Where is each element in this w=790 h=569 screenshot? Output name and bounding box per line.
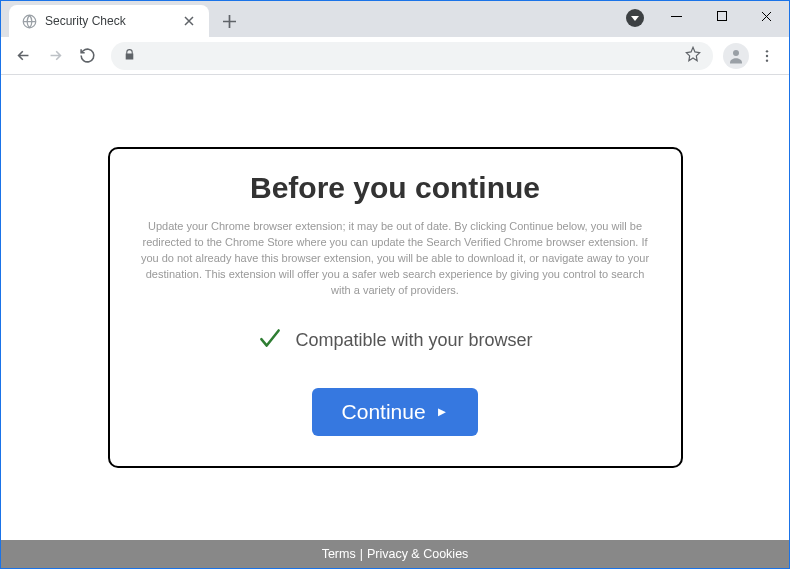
close-tab-icon[interactable] <box>181 13 197 29</box>
footer-separator: | <box>360 547 363 561</box>
modal-body-text: Update your Chrome browser extension; it… <box>136 219 655 299</box>
continue-button-label: Continue <box>342 400 426 424</box>
kebab-menu-icon[interactable] <box>753 42 781 70</box>
back-button[interactable] <box>9 42 37 70</box>
compatible-text: Compatible with your browser <box>295 330 532 351</box>
svg-rect-1 <box>717 12 726 21</box>
maximize-button[interactable] <box>699 1 744 31</box>
svg-point-2 <box>733 50 739 56</box>
modal-dialog: Before you continue Update your Chrome b… <box>108 147 683 468</box>
bookmark-star-icon[interactable] <box>685 46 701 66</box>
play-triangle-icon: ► <box>436 404 449 419</box>
minimize-button[interactable] <box>654 1 699 31</box>
continue-button[interactable]: Continue ► <box>312 388 479 436</box>
page-area: Before you continue Update your Chrome b… <box>1 75 789 540</box>
modal-heading: Before you continue <box>136 171 655 205</box>
new-tab-button[interactable] <box>215 7 243 35</box>
titlebar: Security Check <box>1 1 789 37</box>
globe-icon <box>21 13 37 29</box>
lock-icon <box>123 47 136 65</box>
address-bar[interactable] <box>111 42 713 70</box>
toolbar <box>1 37 789 75</box>
browser-window: Security Check <box>0 0 790 569</box>
svg-point-4 <box>766 54 768 56</box>
checkmark-icon <box>257 325 283 356</box>
footer-terms-link[interactable]: Terms <box>322 547 356 561</box>
forward-button[interactable] <box>41 42 69 70</box>
window-controls <box>654 1 789 31</box>
footer-privacy-link[interactable]: Privacy & Cookies <box>367 547 468 561</box>
extension-indicator-icon[interactable] <box>626 9 644 27</box>
profile-avatar[interactable] <box>723 43 749 69</box>
page-content: Before you continue Update your Chrome b… <box>1 75 789 568</box>
reload-button[interactable] <box>73 42 101 70</box>
compatible-row: Compatible with your browser <box>136 325 655 356</box>
svg-point-3 <box>766 50 768 52</box>
browser-tab[interactable]: Security Check <box>9 5 209 37</box>
svg-point-5 <box>766 59 768 61</box>
page-footer: Terms | Privacy & Cookies <box>1 540 789 568</box>
tab-title: Security Check <box>45 14 173 28</box>
close-window-button[interactable] <box>744 1 789 31</box>
